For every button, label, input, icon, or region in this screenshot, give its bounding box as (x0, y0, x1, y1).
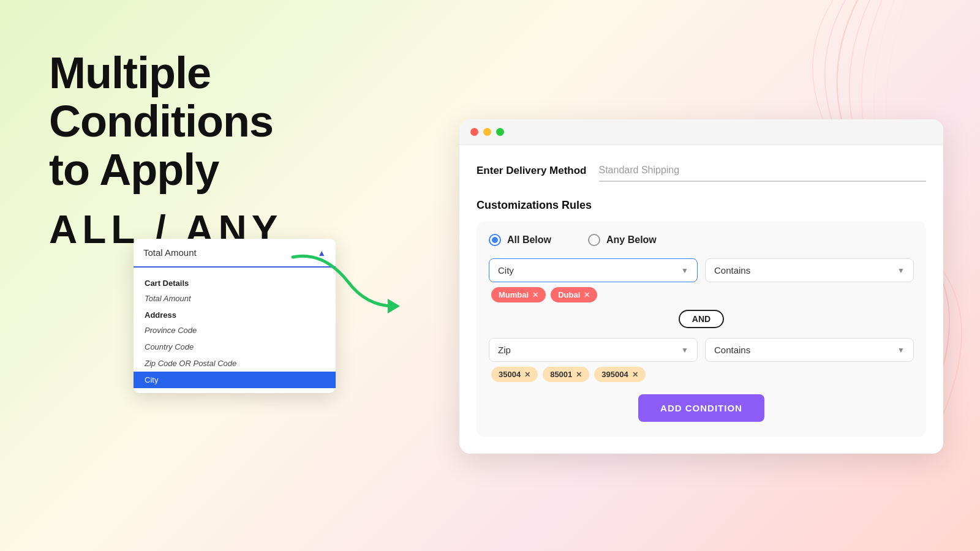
radio-any-circle (588, 234, 600, 246)
radio-all-label: All Below (507, 234, 551, 246)
condition1-field-select[interactable]: City ▼ (489, 258, 698, 282)
tag-395004-label: 395004 (601, 370, 628, 379)
dropdown-item-city[interactable]: City (134, 372, 336, 388)
tag-dubai: Dubai ✕ (551, 287, 597, 302)
delivery-method-label: Enter Delivery Method (477, 165, 587, 177)
app-card: Enter Delivery Method Customizations Rul… (459, 119, 943, 454)
tag-85001-close[interactable]: ✕ (576, 370, 582, 379)
delivery-method-row: Enter Delivery Method (477, 160, 926, 182)
tag-dubai-close[interactable]: ✕ (584, 291, 590, 299)
close-dot[interactable] (470, 128, 478, 136)
tag-395004-close[interactable]: ✕ (632, 370, 638, 379)
window-chrome (459, 119, 943, 145)
radio-all-circle (489, 234, 501, 246)
radio-any-below[interactable]: Any Below (588, 234, 657, 246)
zip-tags-area: 35004 ✕ 85001 ✕ 395004 ✕ (489, 367, 914, 382)
condition2-operator-select[interactable]: Contains ▼ (705, 338, 914, 362)
tag-85001: 85001 ✕ (543, 367, 589, 382)
condition1-operator-text: Contains (714, 265, 750, 276)
dropdown-item-province-code[interactable]: Province Code (134, 322, 336, 339)
tag-395004: 395004 ✕ (594, 367, 645, 382)
tag-85001-label: 85001 (550, 370, 572, 379)
tag-mumbai-close[interactable]: ✕ (532, 291, 538, 299)
svg-marker-0 (388, 299, 400, 313)
condition2-operator-text: Contains (714, 345, 750, 355)
add-condition-button[interactable]: ADD CONDITION (638, 394, 764, 422)
city-tags-area: Mumbai ✕ Dubai ✕ (489, 287, 914, 302)
green-arrow-icon (287, 245, 421, 318)
dropdown-trigger-text: Total Amount (143, 247, 197, 258)
main-title: Multiple Conditions to Apply (49, 49, 343, 195)
condition1-field-chevron: ▼ (681, 266, 688, 275)
rules-area: All Below Any Below City ▼ Contains ▼ (477, 222, 926, 437)
radio-row: All Below Any Below (489, 234, 914, 246)
maximize-dot[interactable] (496, 128, 504, 136)
condition1-field-text: City (498, 265, 514, 276)
condition1-operator-chevron: ▼ (897, 266, 905, 275)
tag-mumbai: Mumbai ✕ (491, 287, 546, 302)
radio-any-label: Any Below (606, 234, 657, 246)
condition1-operator-select[interactable]: Contains ▼ (705, 258, 914, 282)
minimize-dot[interactable] (483, 128, 491, 136)
condition-row-2: Zip ▼ Contains ▼ (489, 338, 914, 362)
tag-mumbai-label: Mumbai (499, 290, 529, 299)
left-section: Multiple Conditions to Apply ALL / ANY (49, 49, 343, 252)
tag-35004: 35004 ✕ (491, 367, 538, 382)
tag-35004-label: 35004 (499, 370, 521, 379)
dropdown-item-country-code[interactable]: Country Code (134, 339, 336, 355)
condition-row-1: City ▼ Contains ▼ (489, 258, 914, 282)
tag-35004-close[interactable]: ✕ (524, 370, 530, 379)
dropdown-item-zip-code[interactable]: Zip Code OR Postal Code (134, 355, 336, 372)
radio-all-below[interactable]: All Below (489, 234, 551, 246)
condition2-operator-chevron: ▼ (897, 346, 905, 354)
and-badge: AND (679, 310, 724, 328)
condition2-field-select[interactable]: Zip ▼ (489, 338, 698, 362)
customizations-title: Customizations Rules (477, 199, 926, 212)
condition2-field-text: Zip (498, 345, 511, 355)
and-badge-row: AND (489, 310, 914, 328)
tag-dubai-label: Dubai (558, 290, 580, 299)
card-content: Enter Delivery Method Customizations Rul… (459, 145, 943, 454)
delivery-method-input[interactable] (599, 160, 927, 182)
add-condition-row: ADD CONDITION (489, 394, 914, 422)
condition2-field-chevron: ▼ (681, 346, 688, 354)
